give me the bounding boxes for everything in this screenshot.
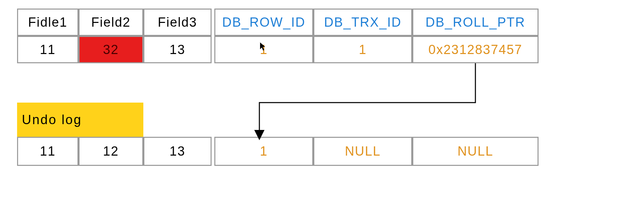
top-header-field1: Fidle1: [17, 9, 78, 36]
top-header-field3: Field3: [143, 9, 212, 36]
top-header-db-trx-id: DB_TRX_ID: [313, 9, 412, 36]
undo-cell-field1: 11: [17, 137, 78, 166]
undo-cell-db-roll-ptr: NULL: [412, 137, 539, 166]
top-header-db-roll-ptr: DB_ROLL_PTR: [412, 9, 539, 36]
diagram-stage: Fidle1 Field2 Field3 DB_ROW_ID DB_TRX_ID…: [0, 0, 644, 211]
top-header-db-row-id: DB_ROW_ID: [214, 9, 313, 36]
top-cell-field2-highlighted: 32: [78, 36, 143, 63]
top-cell-db-row-id: 1: [214, 36, 313, 63]
undo-cell-db-trx-id: NULL: [313, 137, 412, 166]
top-cell-db-roll-ptr: 0x2312837457: [412, 36, 539, 63]
top-header-field2: Field2: [78, 9, 143, 36]
undo-cell-field3: 13: [143, 137, 212, 166]
top-cell-db-trx-id: 1: [313, 36, 412, 63]
top-cell-field1: 11: [17, 36, 78, 63]
top-cell-field3: 13: [143, 36, 212, 63]
undo-cell-field2: 12: [78, 137, 143, 166]
undo-cell-db-row-id: 1: [214, 137, 313, 166]
undo-log-label: Undo log: [17, 103, 143, 137]
